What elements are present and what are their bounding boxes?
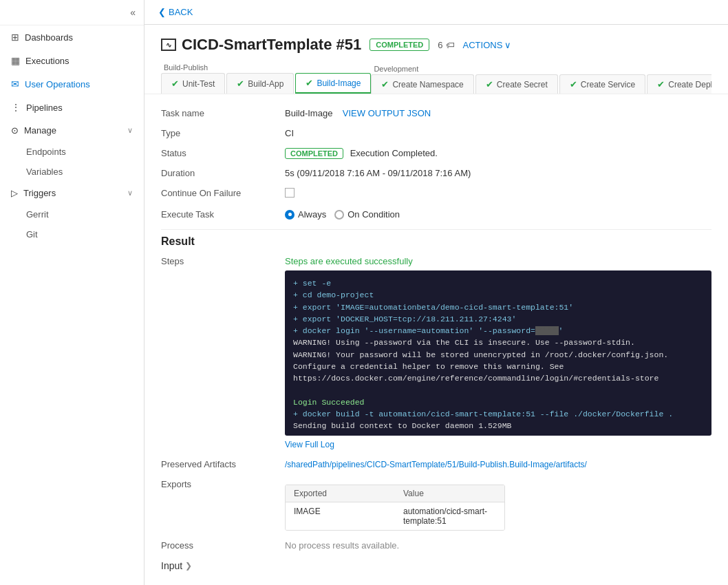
pipeline-tabs-container: Build-Publish ✔ Unit-Test ✔ Build-App ✔ xyxy=(161,62,711,94)
back-label: BACK xyxy=(169,7,193,17)
steps-success-text: Steps are executed successfully xyxy=(285,256,711,266)
tab-label: Build-Image xyxy=(317,78,361,88)
duration-label: Duration xyxy=(161,168,285,178)
page-title: ∿ CICD-SmartTemplate #51 xyxy=(161,36,361,54)
status-badge: COMPLETED xyxy=(370,39,429,51)
tab-label: Create Deployment xyxy=(668,80,711,89)
input-label: Input xyxy=(161,560,182,571)
content-area: ∿ CICD-SmartTemplate #51 COMPLETED 6 🏷 A… xyxy=(144,25,728,585)
radio-filled-icon xyxy=(285,210,295,220)
sidebar-item-user-operations[interactable]: ✉ User Operations xyxy=(0,72,144,96)
preserved-artifacts-value: /sharedPath/pipelines/CICD-SmartTemplate… xyxy=(285,459,587,469)
title-chart-icon: ∿ xyxy=(161,39,176,51)
sidebar-item-label: Executions xyxy=(25,56,69,66)
radio-on-condition[interactable]: On Condition xyxy=(334,209,400,220)
process-label: Process xyxy=(161,540,285,551)
terminal-line: + cd demo-project xyxy=(293,289,703,301)
pipelines-icon: ⋮ xyxy=(11,102,21,113)
status-label: Status xyxy=(161,148,285,158)
col-exported: Exported xyxy=(286,485,395,502)
back-button[interactable]: ❮ BACK xyxy=(158,7,193,17)
sidebar-sub-item-git[interactable]: Git xyxy=(0,224,144,244)
topbar: ❮ BACK xyxy=(144,0,728,25)
manage-chevron-icon: ∨ xyxy=(127,126,133,135)
section-divider xyxy=(161,229,711,230)
sidebar-item-pipelines[interactable]: ⋮ Pipelines xyxy=(0,96,144,119)
process-value: No process results available. xyxy=(285,540,399,551)
sidebar-collapse-button[interactable]: « xyxy=(0,0,144,25)
tab-build-app[interactable]: ✔ Build-App xyxy=(226,73,294,94)
terminal-line: + export 'IMAGE=automationbeta/demo-cicd… xyxy=(293,301,703,313)
task-name-row: Task name Build-Image VIEW OUTPUT JSON xyxy=(161,108,711,118)
radio-empty-icon xyxy=(334,210,344,220)
radio-group: Always On Condition xyxy=(285,209,400,220)
terminal-line: Login Succeeded xyxy=(293,396,703,408)
terminal-line: + docker build -t automation/cicd-smart-… xyxy=(293,408,703,420)
tab-create-namespace[interactable]: ✔ Create Namespace xyxy=(371,74,473,94)
tab-create-service[interactable]: ✔ Create Service xyxy=(559,74,645,94)
tab-unit-test[interactable]: ✔ Unit-Test xyxy=(161,73,225,94)
execute-task-value: Always On Condition xyxy=(285,209,400,220)
actions-chevron-icon: ∨ xyxy=(504,40,511,50)
artifacts-path-link[interactable]: /sharedPath/pipelines/CICD-SmartTemplate… xyxy=(285,460,587,469)
tab-label: Create Service xyxy=(581,80,635,89)
sidebar-item-executions[interactable]: ▦ Executions xyxy=(0,49,144,72)
continue-on-failure-row: Continue On Failure xyxy=(161,188,711,200)
execute-task-row: Execute Task Always On Condition xyxy=(161,209,711,220)
export-value: automation/cicd-smart-template:51 xyxy=(395,502,504,530)
status-row: Status COMPLETED Execution Completed. xyxy=(161,148,711,158)
collapse-icon: « xyxy=(130,7,136,18)
terminal-line: + export 'DOCKER_HOST=tcp://18.211.211.2… xyxy=(293,313,703,325)
view-full-log-link[interactable]: View Full Log xyxy=(285,440,334,449)
terminal-line: https://docs.docker.com/engine/reference… xyxy=(293,372,703,384)
task-name-text: Build-Image xyxy=(285,108,332,118)
exports-table-row: IMAGE automation/cicd-smart-template:51 xyxy=(286,502,504,530)
manage-icon: ⊙ xyxy=(11,125,19,136)
sidebar-sub-item-variables[interactable]: Variables xyxy=(0,162,144,182)
preserved-artifacts-label: Preserved Artifacts xyxy=(161,459,285,469)
build-publish-tabs: ✔ Unit-Test ✔ Build-App ✔ Build-Image xyxy=(161,73,371,94)
result-section-title: Result xyxy=(161,235,711,248)
sidebar-section-triggers[interactable]: ▷ Triggers ∨ xyxy=(0,182,144,204)
exports-value: Exported Value IMAGE automation/cicd-sma… xyxy=(285,479,505,531)
type-value: CI xyxy=(285,128,294,138)
terminal-line: Configure a credential helper to remove … xyxy=(293,361,703,372)
check-icon: ✔ xyxy=(306,78,313,88)
exports-row: Exports Exported Value IMAGE automation/… xyxy=(161,479,711,531)
input-row[interactable]: Input ❯ xyxy=(161,560,711,571)
details-panel: Task name Build-Image VIEW OUTPUT JSON T… xyxy=(144,94,728,585)
tab-label: Create Secret xyxy=(497,80,548,89)
execute-task-label: Execute Task xyxy=(161,209,285,220)
sidebar-item-label: Pipelines xyxy=(26,103,63,113)
tab-create-secret[interactable]: ✔ Create Secret xyxy=(475,74,558,94)
terminal-line: + docker login '--username=automation' '… xyxy=(293,325,703,337)
tab-create-deployment[interactable]: ✔ Create Deployment xyxy=(647,74,711,94)
actions-button[interactable]: ACTIONS ∨ xyxy=(463,40,512,50)
task-name-label: Task name xyxy=(161,108,285,118)
always-label: Always xyxy=(298,209,326,220)
executions-icon: ▦ xyxy=(11,55,20,66)
duration-row: Duration 5s (09/11/2018 7:16 AM - 09/11/… xyxy=(161,168,711,178)
steps-label: Steps xyxy=(161,256,285,266)
radio-always[interactable]: Always xyxy=(285,209,326,220)
process-row: Process No process results available. xyxy=(161,540,711,551)
continue-on-failure-checkbox[interactable] xyxy=(285,188,295,198)
terminal-line: Sending build context to Docker daemon 1… xyxy=(293,420,703,432)
view-output-json-link[interactable]: VIEW OUTPUT JSON xyxy=(343,108,431,118)
sidebar-section-manage[interactable]: ⊙ Manage ∨ xyxy=(0,119,144,142)
input-chevron-icon: ❯ xyxy=(185,561,192,571)
on-condition-label: On Condition xyxy=(347,209,400,220)
back-arrow-icon: ❮ xyxy=(158,7,166,17)
terminal-line xyxy=(293,384,703,396)
triggers-icon: ▷ xyxy=(11,188,18,198)
dashboards-icon: ⊞ xyxy=(11,32,19,43)
preserved-artifacts-row: Preserved Artifacts /sharedPath/pipeline… xyxy=(161,459,711,469)
continue-on-failure-value xyxy=(285,188,295,200)
exports-table-header: Exported Value xyxy=(286,485,504,502)
check-icon: ✔ xyxy=(486,79,493,89)
sidebar-item-dashboards[interactable]: ⊞ Dashboards xyxy=(0,25,144,49)
tab-build-image[interactable]: ✔ Build-Image xyxy=(295,73,371,94)
sidebar-sub-item-gerrit[interactable]: Gerrit xyxy=(0,204,144,224)
page-title-text: CICD-SmartTemplate #51 xyxy=(182,36,361,54)
sidebar-sub-item-endpoints[interactable]: Endpoints xyxy=(0,142,144,162)
